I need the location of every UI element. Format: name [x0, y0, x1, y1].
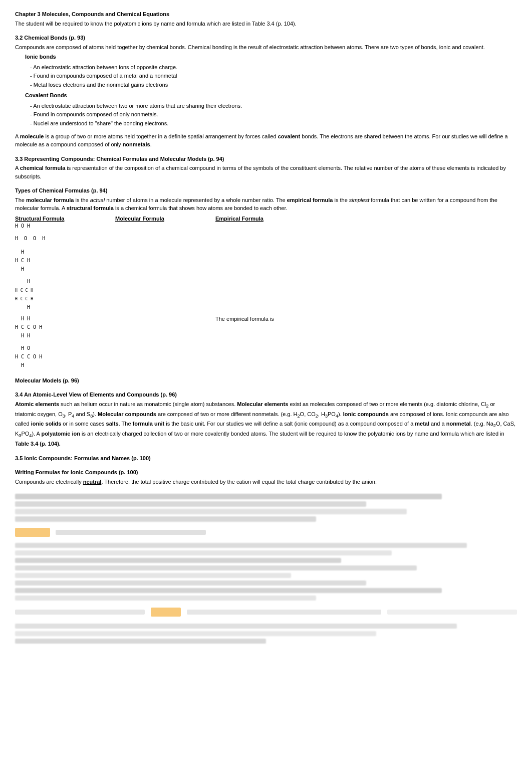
atomic-elements-para: Atomic elements such as helium occur in …: [15, 400, 517, 448]
section-32: 3.2 Chemical Bonds (p. 93) Compounds are…: [15, 34, 517, 128]
section-33: 3.3 Representing Compounds: Chemical For…: [15, 155, 517, 181]
covalent-bullet-3: Nuclei are understood to "share" the bon…: [30, 119, 517, 128]
molecular-header: Molecular Formula: [115, 216, 215, 222]
covalent-bullet-2: Found in compounds composed of only nonm…: [30, 110, 517, 119]
molecule-para: A molecule is a group of two or more ato…: [15, 132, 517, 149]
blurred-block-3: [15, 624, 517, 644]
covalent-bullet-1: An electrostatic attraction between two …: [30, 102, 517, 111]
structural-col: H O H H O O H H H C H H H H C C H H C C …: [15, 222, 115, 369]
ionic-bullet-2: Found in compounds composed of a metal a…: [30, 72, 517, 81]
molecular-col: [115, 222, 215, 369]
empirical-header: Empirical Formula: [215, 216, 316, 222]
blurred-table-section: [15, 494, 517, 644]
empirical-formula-text: The empirical formula is: [215, 314, 316, 324]
ionic-bullets: An electrostatic attraction between ions…: [30, 63, 517, 90]
empirical-col: The empirical formula is: [215, 222, 316, 369]
blurred-block-2: [15, 543, 517, 601]
formula-table: Structural Formula Molecular Formula Emp…: [15, 216, 517, 369]
blurred-block-1: [15, 494, 517, 522]
structural-header: Structural Formula: [15, 216, 115, 222]
covalent-bullets: An electrostatic attraction between two …: [30, 102, 517, 128]
types-chemical-formulas: Types of Chemical Formulas (p. 94) The m…: [15, 186, 517, 369]
ionic-bullet-1: An electrostatic attraction between ions…: [30, 63, 517, 72]
section-35: 3.5 Ionic Compounds: Formulas and Names …: [15, 454, 517, 486]
chapter-title: Chapter 3 Molecules, Compounds and Chemi…: [15, 10, 517, 28]
section-34: Molecular Models (p. 96) 3.4 An Atomic-L…: [15, 376, 517, 448]
orange-highlight-2: [15, 608, 517, 617]
ionic-bullet-3: Metal loses electrons and the nonmetal g…: [30, 81, 517, 90]
orange-highlight-1: [15, 528, 517, 537]
